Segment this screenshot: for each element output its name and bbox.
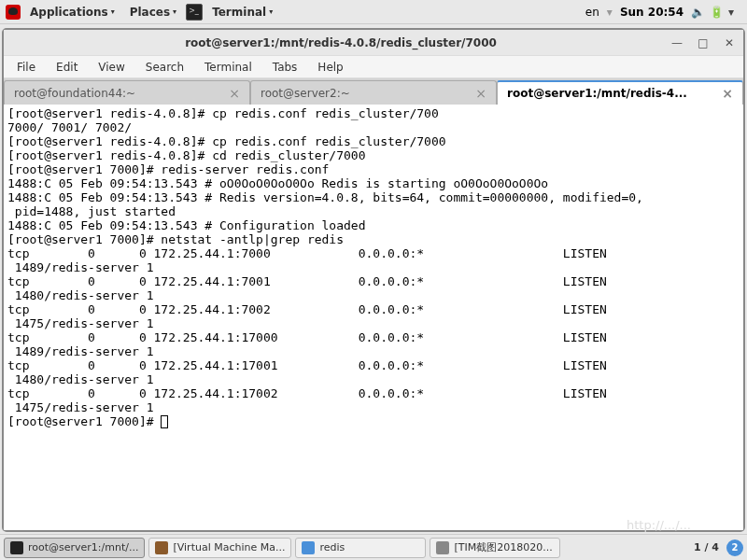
window-titlebar[interactable]: root@server1:/mnt/redis-4.0.8/redis_clus… [4, 30, 743, 56]
terminal-window: root@server1:/mnt/redis-4.0.8/redis_clus… [2, 28, 745, 532]
menu-bar: File Edit View Search Terminal Tabs Help [4, 56, 743, 78]
desktop-top-panel: Applications ▾ Places ▾ Terminal ▾ en ▾ … [0, 0, 747, 24]
close-button[interactable]: ✕ [723, 36, 736, 49]
volume-icon[interactable]: 🔈 [691, 6, 704, 19]
menu-file[interactable]: File [7, 58, 45, 77]
tab-foundation44[interactable]: root@foundation44:~ × [4, 80, 250, 105]
maximize-button[interactable]: □ [697, 36, 710, 49]
cursor-icon [161, 415, 168, 428]
document-icon [302, 541, 315, 554]
tab-label: root@foundation44:~ [14, 87, 135, 100]
window-controls: — □ ✕ [670, 36, 736, 49]
tab-server2[interactable]: root@server2:~ × [250, 80, 497, 105]
applications-menu[interactable]: Applications ▾ [24, 3, 120, 21]
taskbar-right: 1 / 4 2 [694, 539, 743, 556]
vm-icon [155, 541, 168, 554]
workspace-pager[interactable]: 1 / 4 [694, 541, 719, 553]
menu-tabs[interactable]: Tabs [263, 58, 307, 77]
top-panel-left: Applications ▾ Places ▾ Terminal ▾ [6, 3, 278, 21]
notification-badge[interactable]: 2 [726, 539, 743, 556]
places-menu[interactable]: Places ▾ [124, 3, 182, 21]
places-label: Places [130, 6, 170, 19]
top-panel-right: en ▾ Sun 20:54 🔈 🔋 ▾ [585, 6, 741, 19]
chevron-down-icon: ▾ [269, 7, 273, 16]
menu-terminal[interactable]: Terminal [195, 58, 261, 77]
close-icon[interactable]: × [722, 86, 733, 101]
task-label: [TIM截图2018020... [454, 540, 552, 554]
distro-logo-icon[interactable] [6, 5, 21, 20]
tab-label: root@server2:~ [261, 87, 350, 100]
clock[interactable]: Sun 20:54 [620, 6, 684, 19]
menu-help[interactable]: Help [308, 58, 352, 77]
desktop-bottom-panel: root@server1:/mnt/... [Virtual Machine M… [0, 534, 747, 560]
menu-edit[interactable]: Edit [47, 58, 87, 77]
minimize-button[interactable]: — [670, 36, 684, 49]
close-icon[interactable]: × [229, 86, 240, 101]
task-screenshot[interactable]: [TIM截图2018020... [430, 538, 560, 558]
tab-server1-redis[interactable]: root@server1:/mnt/redis-4... × [497, 80, 743, 105]
keyboard-indicator[interactable]: en [585, 6, 599, 19]
terminal-launcher-icon[interactable] [186, 4, 203, 21]
task-redis-doc[interactable]: redis [295, 538, 426, 558]
task-virt-manager[interactable]: [Virtual Machine Ma... [148, 538, 291, 558]
terminal-output[interactable]: [root@server1 redis-4.0.8]# cp redis.con… [4, 105, 743, 530]
battery-icon[interactable]: 🔋 [710, 6, 723, 19]
close-icon[interactable]: × [475, 86, 486, 101]
power-menu-icon[interactable]: ▾ [728, 6, 741, 19]
tab-label: root@server1:/mnt/redis-4... [507, 87, 687, 100]
menu-view[interactable]: View [89, 58, 134, 77]
terminal-label: Terminal [212, 6, 266, 19]
status-icons: 🔈 🔋 ▾ [691, 6, 741, 19]
terminal-menu[interactable]: Terminal ▾ [206, 3, 278, 21]
separator-icon: ▾ [607, 6, 613, 19]
applications-label: Applications [30, 6, 108, 19]
terminal-icon [10, 541, 23, 554]
task-label: redis [319, 541, 345, 553]
menu-search[interactable]: Search [136, 58, 193, 77]
task-terminal[interactable]: root@server1:/mnt/... [4, 538, 145, 558]
task-label: root@server1:/mnt/... [28, 541, 138, 553]
chevron-down-icon: ▾ [173, 7, 176, 16]
tab-bar: root@foundation44:~ × root@server2:~ × r… [4, 78, 743, 105]
window-title: root@server1:/mnt/redis-4.0.8/redis_clus… [11, 36, 670, 49]
task-label: [Virtual Machine Ma... [173, 541, 285, 553]
chevron-down-icon: ▾ [111, 7, 115, 16]
image-icon [436, 541, 449, 554]
